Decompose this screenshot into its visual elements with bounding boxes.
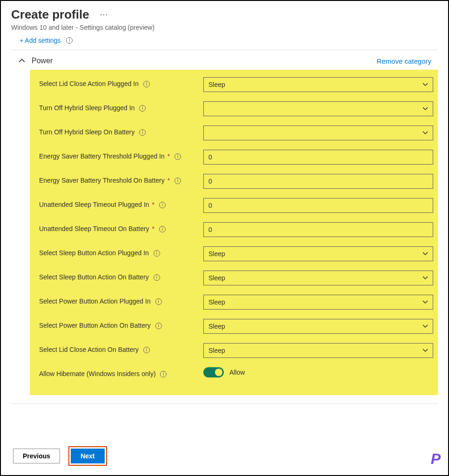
chevron-down-icon bbox=[422, 106, 428, 112]
setting-input[interactable] bbox=[203, 150, 433, 165]
footer-actions: Previous Next bbox=[11, 421, 438, 475]
setting-label: Select Power Button Action Plugged In i bbox=[34, 294, 203, 309]
info-icon[interactable]: i bbox=[155, 323, 162, 329]
chevron-down-icon bbox=[422, 348, 428, 353]
setting-row: Unattended Sleep Timeout On Battery * i bbox=[34, 218, 434, 243]
page-subtitle: Windows 10 and later - Settings catalog … bbox=[11, 24, 438, 31]
chevron-down-icon bbox=[422, 82, 428, 87]
setting-row: Select Power Button Action Plugged In iS… bbox=[34, 291, 434, 315]
setting-label: Select Sleep Button Action On Battery i bbox=[34, 270, 203, 284]
select-value: Sleep bbox=[208, 323, 225, 330]
setting-row: Turn Off Hybrid Sleep Plugged In i bbox=[34, 98, 434, 122]
required-asterisk: * bbox=[168, 152, 170, 160]
toggle-knob bbox=[215, 369, 222, 376]
setting-label: Select Power Button Action On Battery i bbox=[34, 318, 203, 333]
setting-row: Allow Hibernate (Windows Insiders only) … bbox=[34, 364, 434, 388]
info-icon[interactable]: i bbox=[174, 153, 181, 160]
setting-row: Select Lid Close Action Plugged In iSlee… bbox=[34, 73, 434, 98]
setting-row: Select Lid Close Action On Battery iSlee… bbox=[34, 339, 434, 364]
setting-label: Allow Hibernate (Windows Insiders only) … bbox=[34, 366, 203, 381]
category-header[interactable]: Power Remove category bbox=[11, 50, 438, 70]
info-icon[interactable]: i bbox=[139, 129, 146, 136]
page-title: Create profile bbox=[11, 7, 89, 22]
info-icon[interactable]: i bbox=[66, 37, 73, 44]
setting-select[interactable] bbox=[203, 126, 433, 140]
more-options-icon[interactable]: ⋯ bbox=[100, 10, 108, 19]
setting-select[interactable]: Sleep bbox=[203, 295, 433, 310]
required-asterisk: * bbox=[152, 225, 154, 232]
setting-label: Energy Saver Battery Threshold Plugged I… bbox=[34, 149, 203, 164]
info-icon[interactable]: i bbox=[139, 105, 146, 112]
info-icon[interactable]: i bbox=[155, 298, 162, 305]
setting-row: Unattended Sleep Timeout Plugged In * i bbox=[34, 194, 434, 218]
chevron-down-icon bbox=[422, 130, 428, 136]
setting-label: Select Lid Close Action Plugged In i bbox=[34, 76, 203, 91]
next-button-highlight: Next bbox=[68, 446, 107, 466]
chevron-down-icon bbox=[422, 251, 428, 257]
toggle-state-label: Allow bbox=[229, 369, 245, 376]
info-icon[interactable]: i bbox=[174, 178, 181, 184]
select-value: Sleep bbox=[208, 298, 225, 306]
chevron-down-icon bbox=[422, 324, 428, 329]
setting-label: Energy Saver Battery Threshold On Batter… bbox=[34, 173, 203, 188]
divider bbox=[11, 403, 438, 404]
select-value: Sleep bbox=[208, 81, 225, 88]
setting-select[interactable]: Sleep bbox=[203, 343, 433, 358]
setting-label: Turn Off Hybrid Sleep On Battery i bbox=[34, 125, 203, 139]
setting-input[interactable] bbox=[203, 174, 433, 189]
select-value: Sleep bbox=[208, 347, 225, 354]
setting-input[interactable] bbox=[203, 222, 433, 237]
setting-label: Unattended Sleep Timeout Plugged In * i bbox=[34, 197, 203, 212]
setting-row: Select Sleep Button Action Plugged In iS… bbox=[34, 243, 434, 267]
info-icon[interactable]: i bbox=[159, 202, 166, 208]
previous-button[interactable]: Previous bbox=[13, 449, 60, 463]
required-asterisk: * bbox=[168, 177, 170, 184]
next-button[interactable]: Next bbox=[71, 449, 104, 463]
required-asterisk: * bbox=[152, 201, 154, 208]
setting-label: Select Sleep Button Action Plugged In i bbox=[34, 245, 203, 260]
category-title: Power bbox=[32, 57, 53, 65]
select-value: Sleep bbox=[208, 274, 225, 282]
chevron-up-icon bbox=[19, 58, 25, 64]
info-icon[interactable]: i bbox=[143, 347, 150, 353]
settings-grid: Select Lid Close Action Plugged In iSlee… bbox=[30, 70, 438, 395]
setting-label: Turn Off Hybrid Sleep Plugged In i bbox=[34, 100, 203, 115]
chevron-down-icon bbox=[422, 299, 428, 305]
setting-select[interactable]: Sleep bbox=[203, 246, 433, 261]
setting-row: Select Power Button Action On Battery iS… bbox=[34, 315, 434, 339]
setting-label: Select Lid Close Action On Battery i bbox=[34, 342, 203, 357]
info-icon[interactable]: i bbox=[154, 250, 160, 257]
setting-row: Turn Off Hybrid Sleep On Battery i bbox=[34, 122, 434, 146]
info-icon[interactable]: i bbox=[143, 81, 150, 87]
info-icon[interactable]: i bbox=[154, 274, 160, 281]
setting-select[interactable]: Sleep bbox=[203, 271, 433, 285]
setting-toggle[interactable] bbox=[203, 367, 224, 377]
setting-input[interactable] bbox=[203, 198, 433, 213]
select-value: Sleep bbox=[208, 250, 225, 258]
setting-row: Energy Saver Battery Threshold Plugged I… bbox=[34, 146, 434, 170]
remove-category-link[interactable]: Remove category bbox=[376, 57, 431, 65]
setting-row: Select Sleep Button Action On Battery iS… bbox=[34, 267, 434, 291]
setting-select[interactable]: Sleep bbox=[203, 319, 433, 334]
setting-row: Energy Saver Battery Threshold On Batter… bbox=[34, 170, 434, 194]
setting-select[interactable]: Sleep bbox=[203, 77, 433, 92]
info-icon[interactable]: i bbox=[159, 226, 166, 232]
setting-select[interactable] bbox=[203, 101, 433, 116]
add-settings-link[interactable]: + Add settings i bbox=[20, 37, 73, 44]
setting-label: Unattended Sleep Timeout On Battery * i bbox=[34, 221, 203, 236]
chevron-down-icon bbox=[422, 275, 428, 281]
add-settings-label: + Add settings bbox=[20, 37, 60, 44]
info-icon[interactable]: i bbox=[160, 371, 167, 377]
